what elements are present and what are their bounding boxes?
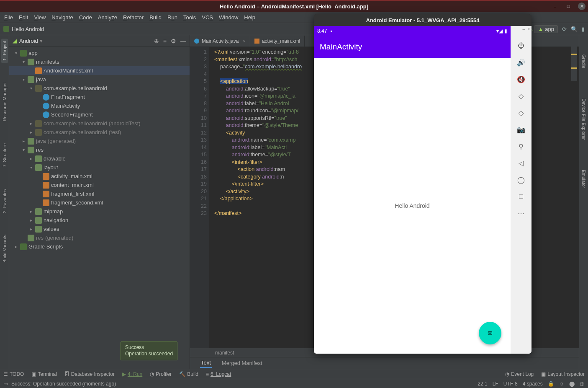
bottom-todo[interactable]: ☰ TODO — [3, 371, 24, 377]
emu-camera-button[interactable]: 📷 — [516, 125, 526, 134]
settings-icon[interactable]: ⚙ — [171, 38, 176, 44]
tree-row[interactable]: fragment_second.xml — [9, 198, 190, 207]
emu-volume-up-button[interactable]: 🔊 — [516, 58, 526, 67]
emulator-window[interactable]: Android Emulator - 5.1_WVGA_API_29:5554 … — [314, 14, 532, 354]
status-smiley-icon[interactable]: ☺ — [559, 381, 564, 387]
tree-row[interactable]: activity_main.xml — [9, 172, 190, 181]
maximize-button[interactable]: □ — [565, 3, 572, 10]
menu-help[interactable]: Help — [244, 14, 255, 21]
bottom-build[interactable]: 🔨 Build — [179, 371, 198, 377]
status-position[interactable]: 22:1 — [478, 381, 487, 387]
tree-row[interactable]: ▸Gradle Scripts — [9, 242, 190, 251]
emu-close-button[interactable]: × — [527, 27, 530, 31]
menu-navigate[interactable]: Navigate — [51, 14, 73, 21]
bottom-event-log[interactable]: ◔ Event Log — [505, 371, 534, 377]
tree-row[interactable]: ▾manifests — [9, 57, 190, 66]
menu-tools[interactable]: Tools — [183, 14, 196, 21]
fab-button[interactable]: ✉ — [479, 322, 501, 344]
code-content[interactable]: <?xml version="1.0" encoding="utf-8 <man… — [209, 47, 302, 348]
sync-icon[interactable]: ⟳ — [562, 26, 567, 32]
status-encoding[interactable]: UTF-8 — [503, 381, 518, 387]
breadcrumb[interactable]: Hello Android — [12, 26, 44, 32]
bottom-profiler[interactable]: ◔ Profiler — [150, 371, 172, 377]
bottom-database[interactable]: 🗄 Database Inspector — [64, 371, 115, 377]
tree-row[interactable]: ▾res — [9, 145, 190, 154]
run-config-selector[interactable]: ▲ app — [534, 25, 558, 33]
emu-power-button[interactable]: ⏻ — [516, 41, 526, 50]
bottom-logcat[interactable]: ≡ 6: Logcat — [206, 371, 231, 377]
menu-vcs[interactable]: VCS — [202, 14, 213, 21]
menu-refactor[interactable]: Refactor — [123, 14, 144, 21]
status-indent[interactable]: 4 spaces — [523, 381, 543, 387]
close-tab-icon[interactable]: × — [243, 39, 245, 44]
tree-row[interactable]: MainActivity — [9, 101, 190, 110]
expand-icon[interactable]: ≡ — [163, 38, 167, 44]
subtab-text[interactable]: Text — [200, 358, 212, 368]
emu-overview-button[interactable]: □ — [516, 192, 526, 201]
subtab-merged-manifest[interactable]: Merged Manifest — [222, 360, 262, 366]
tree-row[interactable]: ▸java(generated) — [9, 137, 190, 145]
tree-row[interactable]: SecondFragment — [9, 110, 190, 119]
menu-file[interactable]: File — [4, 14, 13, 21]
tree-row[interactable]: ▸drawable — [9, 154, 190, 163]
emu-rotate-right-button[interactable]: ◇ — [516, 108, 526, 117]
tree-row[interactable]: ▸com.example.helloandroid(test) — [9, 128, 190, 137]
tab-activity-main[interactable]: activity_main.xml — [250, 36, 305, 47]
menu-analyze[interactable]: Analyze — [98, 14, 117, 21]
tree-row[interactable]: ▾layout — [9, 163, 190, 172]
emu-volume-down-button[interactable]: 🔇 — [516, 75, 526, 84]
status-alert-icon[interactable]: ⬤ — [569, 381, 575, 387]
tree-row[interactable]: FirstFragment — [9, 93, 190, 101]
status-eol[interactable]: LF — [493, 381, 498, 387]
tab-project[interactable]: 1: Project — [1, 39, 8, 63]
tab-device-file-explorer[interactable]: Device File Explorer — [580, 96, 587, 142]
tab-favorites[interactable]: 2: Favorites — [1, 186, 8, 215]
emulator-screen[interactable]: 8:47 ▪ ▾◢ ▮ MainActivity Hello Android ✉ — [314, 26, 511, 354]
search-icon[interactable]: 🔍 — [571, 26, 578, 32]
bottom-layout-inspector[interactable]: ▣ Layout Inspector — [541, 371, 585, 377]
tree-row[interactable]: content_main.xml — [9, 181, 190, 189]
bottom-terminal[interactable]: ▣ Terminal — [31, 371, 56, 377]
emu-home-button[interactable]: ◯ — [516, 175, 526, 184]
bottom-run[interactable]: ▶ 4: Run — [122, 371, 142, 377]
tab-structure[interactable]: 7: Structure — [1, 141, 8, 170]
menu-edit[interactable]: Edit — [19, 14, 28, 21]
tree-row[interactable]: ▸mipmap — [9, 207, 190, 216]
tree-row[interactable]: ▸navigation — [9, 216, 190, 225]
tab-emulator[interactable]: Emulator — [580, 167, 587, 191]
project-tree[interactable]: ▾app▾manifestsAndroidManifest.xml▾java▾c… — [9, 47, 190, 369]
locate-icon[interactable]: ⊕ — [154, 38, 159, 44]
hide-icon[interactable]: — — [180, 38, 186, 44]
tree-row[interactable]: ▸values — [9, 225, 190, 233]
tree-row[interactable]: fragment_first.xml — [9, 189, 190, 198]
status-lock-icon[interactable]: 🔒 — [548, 381, 554, 387]
tab-gradle[interactable]: Gradle — [580, 52, 587, 71]
project-view-selector[interactable]: Android — [19, 38, 38, 44]
status-trash-icon[interactable]: 🗑 — [580, 381, 585, 387]
tree-row[interactable]: AndroidManifest.xml — [9, 66, 190, 75]
menu-code[interactable]: Code — [79, 14, 92, 21]
error-stripe — [571, 41, 577, 81]
tree-row[interactable]: ▾com.example.helloandroid — [9, 84, 190, 93]
close-button[interactable]: ✕ — [578, 3, 585, 10]
emu-minimize-button[interactable]: – — [523, 27, 525, 31]
emu-zoom-button[interactable]: ⚲ — [516, 142, 526, 151]
menu-build[interactable]: Build — [149, 14, 162, 21]
tree-row[interactable]: res(generated) — [9, 233, 190, 242]
emu-rotate-left-button[interactable]: ◇ — [516, 91, 526, 101]
profile-icon[interactable]: ▮ — [582, 26, 585, 32]
minimize-button[interactable]: – — [551, 3, 559, 10]
menu-view[interactable]: View — [34, 14, 46, 21]
emu-more-button[interactable]: ⋯ — [516, 209, 526, 218]
tree-row[interactable]: ▸com.example.helloandroid(androidTest) — [9, 119, 190, 128]
emulator-titlebar[interactable]: Android Emulator - 5.1_WVGA_API_29:5554 — [314, 14, 532, 26]
menu-window[interactable]: Window — [219, 14, 238, 21]
emu-back-button[interactable]: ◁ — [516, 158, 526, 168]
tree-row[interactable]: ▾app — [9, 49, 190, 57]
menu-run[interactable]: Run — [167, 14, 177, 21]
tab-mainactivity[interactable]: MainActivity.java × — [190, 36, 250, 47]
status-hide-icon[interactable]: ▭ — [3, 381, 8, 387]
tree-row[interactable]: ▾java — [9, 75, 190, 84]
tab-resource-manager[interactable]: Resource Manager — [1, 80, 8, 124]
tab-build-variants[interactable]: Build Variants — [1, 232, 8, 265]
